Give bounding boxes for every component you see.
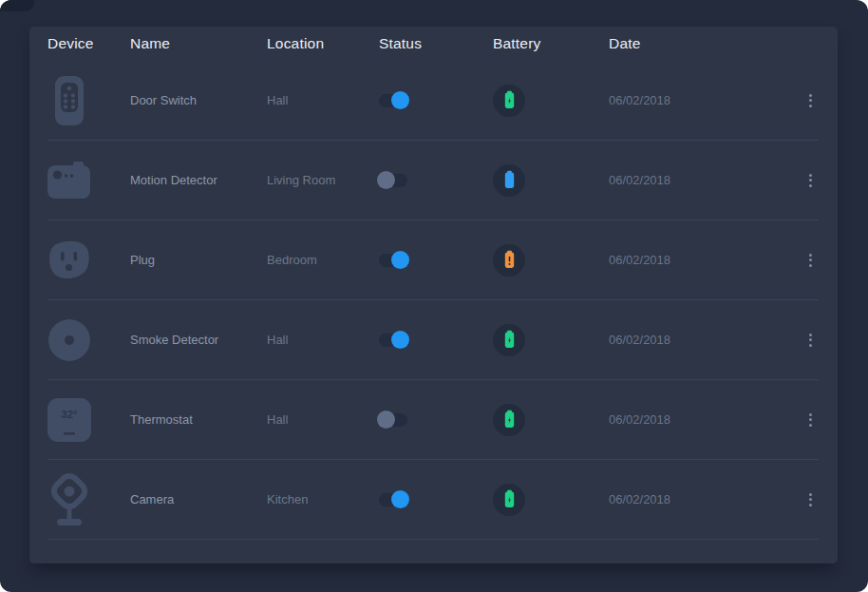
device-name: Plug	[130, 253, 267, 267]
table-row: Camera Kitchen 06/02/2018	[47, 460, 819, 540]
column-header-name: Name	[130, 35, 267, 52]
battery-icon	[502, 330, 517, 350]
battery-icon	[502, 410, 517, 430]
device-table-card: Device Name Location Status Battery Date…	[29, 27, 838, 563]
status-toggle[interactable]	[379, 493, 407, 506]
row-menu-button[interactable]	[802, 488, 819, 511]
toggle-knob	[391, 490, 409, 508]
device-date: 06/02/2018	[609, 173, 790, 187]
table-row: Motion Detector Living Room 06/02/2018	[47, 141, 819, 220]
motion-detector-icon	[47, 153, 91, 208]
table-row: Plug Bedroom 06/02/2018	[47, 220, 819, 300]
device-location: Living Room	[267, 173, 379, 187]
row-menu-button[interactable]	[802, 249, 819, 272]
battery-indicator	[493, 85, 525, 117]
device-date: 06/02/2018	[609, 253, 790, 267]
status-toggle[interactable]	[379, 334, 407, 347]
device-date: 06/02/2018	[609, 492, 790, 506]
battery-indicator	[493, 324, 525, 356]
status-toggle[interactable]	[379, 254, 407, 267]
device-name: Smoke Detector	[130, 333, 267, 347]
thermostat-icon: 32°	[47, 392, 91, 448]
column-header-device: Device	[47, 35, 130, 52]
column-header-battery: Battery	[493, 35, 609, 52]
toggle-knob	[391, 331, 409, 349]
status-toggle[interactable]	[379, 174, 407, 187]
battery-icon	[502, 489, 517, 509]
row-menu-button[interactable]	[802, 409, 819, 431]
device-name: Door Switch	[130, 93, 267, 107]
smoke-detector-icon	[47, 313, 91, 368]
table-row: Door Switch Hall 06/02/2018	[47, 61, 819, 141]
column-header-status: Status	[379, 35, 493, 52]
battery-icon	[502, 170, 517, 190]
toggle-knob	[377, 171, 395, 189]
plug-icon	[47, 233, 91, 288]
toggle-knob	[391, 91, 409, 109]
column-header-date: Date	[609, 35, 790, 52]
thermostat-temp-label: 32°	[61, 409, 78, 420]
device-location: Bedroom	[267, 253, 379, 267]
toggle-knob	[377, 411, 395, 429]
background-corner-shape	[0, 0, 34, 11]
device-location: Hall	[267, 333, 379, 347]
device-table-body: Door Switch Hall 06/02/2018	[29, 61, 838, 540]
column-header-location: Location	[267, 35, 379, 52]
table-header: Device Name Location Status Battery Date	[47, 27, 819, 61]
battery-indicator	[493, 484, 525, 516]
camera-icon	[47, 472, 91, 527]
toggle-knob	[391, 251, 409, 269]
app-screen: Device Name Location Status Battery Date…	[0, 0, 868, 592]
device-location: Kitchen	[267, 492, 379, 506]
device-date: 06/02/2018	[609, 333, 790, 347]
row-menu-button[interactable]	[802, 169, 819, 192]
device-name: Thermostat	[130, 412, 267, 427]
device-location: Hall	[267, 93, 379, 107]
table-row: 32° Thermostat Hall 06/02/2018	[47, 380, 819, 460]
device-name: Motion Detector	[130, 173, 267, 187]
battery-indicator	[493, 244, 525, 277]
row-menu-button[interactable]	[802, 89, 819, 112]
device-date: 06/02/2018	[609, 412, 790, 427]
table-row: Smoke Detector Hall 06/02/2018	[47, 300, 819, 380]
device-name: Camera	[130, 492, 267, 506]
battery-indicator	[493, 404, 525, 436]
row-menu-button[interactable]	[802, 329, 819, 352]
device-location: Hall	[267, 412, 379, 427]
device-date: 06/02/2018	[609, 93, 790, 107]
battery-icon	[502, 250, 517, 270]
battery-indicator	[493, 164, 525, 197]
status-toggle[interactable]	[379, 94, 407, 107]
status-toggle[interactable]	[379, 413, 407, 427]
remote-icon	[47, 73, 91, 128]
battery-icon	[502, 90, 517, 110]
